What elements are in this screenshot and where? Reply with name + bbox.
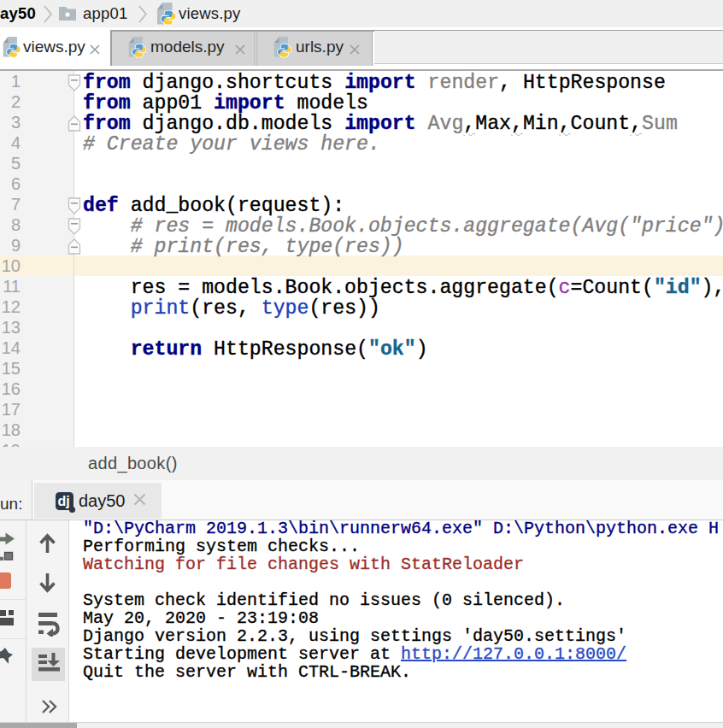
svg-text:dj: dj <box>58 494 70 508</box>
